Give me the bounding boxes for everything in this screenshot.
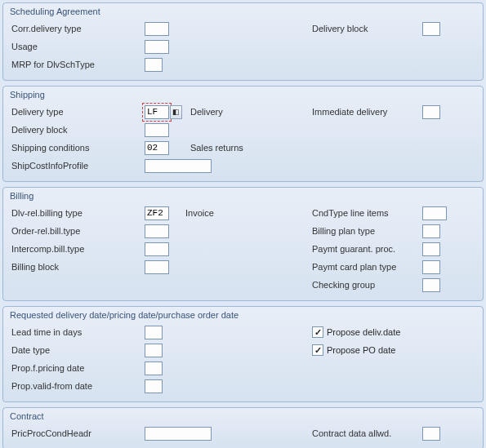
paymt-card-input[interactable] — [422, 260, 440, 274]
dlv-rel-bill-label: Dlv-rel.billing type — [10, 208, 145, 218]
paymt-card-label: Paymt card plan type — [312, 262, 422, 272]
panel-title: Billing — [10, 191, 476, 201]
mrp-dlvschtype-input[interactable] — [145, 58, 163, 72]
propose-deliv-date-checkbox[interactable] — [312, 326, 323, 338]
shipcost-label: ShipCostInfoProfile — [10, 161, 145, 171]
usage-input[interactable] — [145, 40, 169, 54]
billing-plan-type-label: Billing plan type — [312, 226, 422, 236]
pricproc-input[interactable] — [145, 427, 212, 441]
intercomp-bill-label: Intercomp.bill.type — [10, 244, 145, 254]
panel-title: Shipping — [10, 90, 476, 100]
contract-panel: Contract PricProcCondHeadr Contract data… — [2, 407, 484, 448]
propose-po-date-checkbox[interactable] — [312, 344, 323, 356]
delivery-type-input[interactable] — [145, 105, 169, 119]
search-help-icon[interactable]: ◧ — [170, 105, 182, 119]
requested-delivery-date-panel: Requested delivery date/pricing date/pur… — [2, 306, 484, 402]
contract-data-allwd-input[interactable] — [422, 427, 440, 441]
immediate-delivery-input[interactable] — [422, 105, 440, 119]
shipping-panel: Shipping Delivery type ◧ Delivery Immedi… — [2, 86, 484, 182]
checking-group-input[interactable] — [422, 278, 440, 292]
billing-panel: Billing Dlv-rel.billing type Invoice Cnd… — [2, 187, 484, 301]
paymt-guarant-label: Paymt guarant. proc. — [312, 244, 422, 254]
corr-delivery-type-label: Corr.delivery type — [10, 24, 145, 33]
intercomp-bill-input[interactable] — [145, 242, 169, 256]
date-type-input[interactable] — [145, 344, 163, 357]
shipcost-input[interactable] — [145, 159, 212, 173]
lead-time-label: Lead time in days — [10, 327, 145, 337]
prop-pricing-date-input[interactable] — [145, 362, 163, 375]
shipping-conditions-input[interactable] — [145, 141, 169, 155]
cndtype-label: CndType line items — [312, 208, 422, 218]
scheduling-agreement-panel: Scheduling Agreement Corr.delivery type … — [2, 2, 484, 81]
panel-title: Scheduling Agreement — [10, 7, 476, 16]
order-rel-bill-label: Order-rel.bill.type — [10, 226, 145, 236]
usage-label: Usage — [10, 42, 145, 51]
shipping-delivery-block-input[interactable] — [145, 123, 169, 137]
prop-valid-from-input[interactable] — [145, 379, 163, 393]
shipping-conditions-desc: Sales returns — [190, 143, 243, 153]
contract-data-allwd-label: Contract data allwd. — [312, 428, 422, 438]
prop-valid-from-label: Prop.valid-from date — [10, 381, 145, 391]
checking-group-label: Checking group — [312, 280, 422, 290]
paymt-guarant-input[interactable] — [422, 242, 440, 256]
dlv-rel-bill-input[interactable] — [145, 206, 169, 220]
panel-title: Requested delivery date/pricing date/pur… — [10, 310, 476, 320]
billing-block-label: Billing block — [10, 262, 145, 272]
date-type-label: Date type — [10, 345, 145, 355]
corr-delivery-type-input[interactable] — [145, 22, 169, 36]
propose-po-date-label: Propose PO date — [327, 345, 395, 355]
panel-title: Contract — [10, 411, 476, 421]
delivery-block-input[interactable] — [422, 22, 440, 36]
billing-block-input[interactable] — [145, 260, 169, 274]
prop-pricing-date-label: Prop.f.pricing date — [10, 363, 145, 373]
cndtype-input[interactable] — [422, 206, 447, 220]
billing-plan-type-input[interactable] — [422, 224, 440, 238]
order-rel-bill-input[interactable] — [145, 224, 169, 238]
mrp-dlvschtype-label: MRP for DlvSchType — [10, 60, 145, 69]
delivery-type-desc: Delivery — [190, 107, 223, 117]
pricproc-label: PricProcCondHeadr — [10, 428, 145, 438]
delivery-block-label: Delivery block — [312, 24, 422, 33]
shipping-conditions-label: Shipping conditions — [10, 143, 145, 153]
propose-deliv-date-label: Propose deliv.date — [327, 327, 400, 337]
delivery-type-label: Delivery type — [10, 107, 145, 117]
lead-time-input[interactable] — [145, 326, 163, 339]
dlv-rel-bill-desc: Invoice — [185, 208, 214, 218]
immediate-delivery-label: Immediate delivery — [312, 107, 422, 117]
shipping-delivery-block-label: Delivery block — [10, 125, 145, 135]
